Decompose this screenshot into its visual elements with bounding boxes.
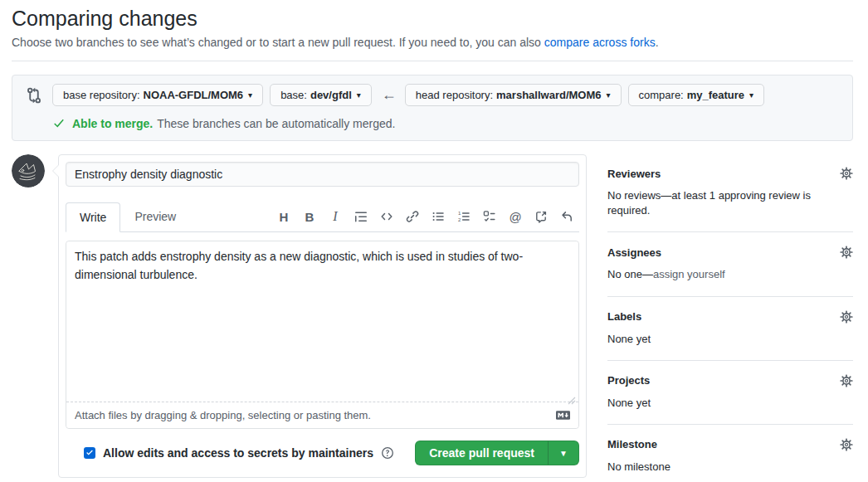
gear-icon[interactable] <box>840 438 853 451</box>
branch-compare-bar: base repository: NOAA-GFDL/MOM6 ▾ base: … <box>12 75 853 141</box>
sidebar-section-reviewers: Reviewers No reviews—at least 1 approvin… <box>607 154 853 232</box>
compare-branch-selector[interactable]: compare: my_feature ▾ <box>628 84 765 106</box>
chevron-down-icon: ▾ <box>607 90 611 100</box>
svg-text:1: 1 <box>458 211 461 216</box>
form-footer: Allow edits and access to secrets by mai… <box>66 429 579 470</box>
editor-tabnav: Write Preview HBI12@ <box>66 202 579 232</box>
reviewers-body: No reviews—at least 1 approving review i… <box>607 188 853 218</box>
assign-yourself-link[interactable]: assign yourself <box>653 268 725 280</box>
sidebar-section-assignees: Assignees No one—assign yourself <box>607 232 853 296</box>
chevron-down-icon: ▾ <box>248 90 252 100</box>
page-subtitle: Choose two branches to see what’s change… <box>12 36 853 49</box>
base-repository-value: NOAA-GFDL/MOM6 <box>144 89 244 101</box>
help-icon[interactable] <box>381 446 394 460</box>
user-avatar[interactable] <box>12 154 45 187</box>
assignees-title: Assignees <box>607 246 661 259</box>
compare-branch-label: compare: <box>639 89 684 101</box>
gear-icon[interactable] <box>840 167 853 180</box>
base-repository-label: base repository: <box>63 89 140 101</box>
chevron-down-icon: ▾ <box>749 90 753 100</box>
reply-icon[interactable] <box>556 206 578 227</box>
merge-status-text: Able to merge. <box>72 117 153 130</box>
arrow-left-icon: ← <box>382 86 397 104</box>
gear-icon[interactable] <box>840 374 853 387</box>
sidebar-section-labels: Labels None yet <box>607 297 853 361</box>
bold-icon[interactable]: B <box>299 206 320 227</box>
pr-title-input[interactable] <box>66 162 579 187</box>
merge-status-detail: These branches can be automatically merg… <box>157 117 395 130</box>
chevron-down-icon: ▾ <box>357 90 361 100</box>
maintainer-edit-label[interactable]: Allow edits and access to secrets by mai… <box>103 446 373 460</box>
link-icon[interactable] <box>402 206 423 227</box>
create-pull-request-button[interactable]: Create pull request <box>415 441 548 465</box>
pr-body-textarea[interactable]: This patch adds enstrophy density as a n… <box>66 241 578 402</box>
unordered-list-icon[interactable] <box>427 206 449 227</box>
code-icon[interactable] <box>376 206 397 227</box>
maintainer-edit-checkbox[interactable] <box>84 447 95 459</box>
attach-hint-text: Attach files by dragging & dropping, sel… <box>75 409 371 421</box>
projects-body: None yet <box>607 396 853 411</box>
head-repository-selector[interactable]: head repository: marshallward/MOM6 ▾ <box>405 84 622 106</box>
milestone-title: Milestone <box>607 438 657 450</box>
assignees-body: No one—assign yourself <box>607 267 853 282</box>
svg-text:2: 2 <box>458 217 461 222</box>
task-list-icon[interactable] <box>479 206 500 227</box>
gear-icon[interactable] <box>840 246 853 259</box>
sidebar-section-milestone: Milestone No milestone <box>607 425 853 482</box>
base-repository-selector[interactable]: base repository: NOAA-GFDL/MOM6 ▾ <box>52 84 263 106</box>
mention-icon[interactable]: @ <box>505 206 526 227</box>
head-repository-label: head repository: <box>416 89 493 101</box>
assignees-body-prefix: No one— <box>607 268 653 280</box>
header-divider <box>12 61 853 61</box>
page-title: Comparing changes <box>12 7 853 31</box>
pr-sidebar: Reviewers No reviews—at least 1 approvin… <box>607 154 853 482</box>
base-branch-selector[interactable]: base: dev/gfdl ▾ <box>270 84 372 106</box>
pull-request-form: Write Preview HBI12@ This patch adds ens… <box>58 154 587 478</box>
cross-reference-icon[interactable] <box>530 206 552 227</box>
merge-status-row: Able to merge. These branches can be aut… <box>52 117 839 130</box>
comment-write-area: This patch adds enstrophy density as a n… <box>66 241 579 429</box>
create-pull-request-dropdown[interactable]: ▼ <box>548 441 579 465</box>
git-compare-icon <box>26 87 44 104</box>
sidebar-section-projects: Projects None yet <box>607 361 853 425</box>
projects-title: Projects <box>607 374 650 387</box>
editor-toolbar: HBI12@ <box>273 206 579 227</box>
compare-across-forks-link[interactable]: compare across forks <box>544 36 656 49</box>
check-icon <box>52 117 66 130</box>
compare-branch-value: my_feature <box>687 89 744 101</box>
head-repository-value: marshallward/MOM6 <box>496 89 601 101</box>
gear-icon[interactable] <box>840 310 853 324</box>
reviewers-title: Reviewers <box>607 168 661 180</box>
italic-icon[interactable]: I <box>324 206 346 227</box>
milestone-body: No milestone <box>607 460 853 475</box>
quote-icon[interactable] <box>350 206 372 227</box>
base-branch-value: dev/gfdl <box>310 89 352 101</box>
labels-body: None yet <box>607 332 853 347</box>
subtitle-suffix: . <box>656 36 659 49</box>
base-branch-label: base: <box>280 89 307 101</box>
ordered-list-icon[interactable]: 12 <box>453 206 475 227</box>
markdown-icon[interactable] <box>556 411 570 420</box>
tab-preview[interactable]: Preview <box>120 202 190 231</box>
subtitle-text: Choose two branches to see what’s change… <box>12 36 544 49</box>
tab-write[interactable]: Write <box>66 202 120 232</box>
labels-title: Labels <box>607 310 641 323</box>
attach-files-area[interactable]: Attach files by dragging & dropping, sel… <box>66 402 578 428</box>
heading-icon[interactable]: H <box>273 206 295 227</box>
